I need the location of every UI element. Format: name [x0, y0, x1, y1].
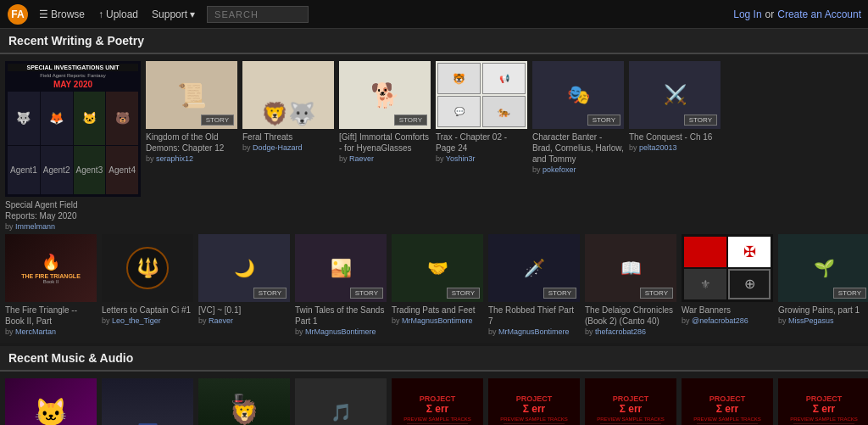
gallery-item-immortal[interactable]: 🐕 STORY [Gift] Immortal Comforts - for H… [339, 61, 431, 231]
story-badge: STORY [394, 115, 427, 126]
gallery-item-kingdom[interactable]: 📜 STORY Kingdom of the Old Demons: Chapt… [146, 61, 237, 231]
gallery-item-special-agent[interactable]: SPECIAL INVESTIGATIONS UNIT Field Agent … [5, 61, 141, 231]
gallery-item-growing-pains[interactable]: 🌱 STORY Growing Pains, part 1 by MissPeg… [778, 234, 868, 336]
item-author: by MercMartan [5, 327, 56, 336]
gallery-item-white-lion[interactable]: 🦁 🎩 White Lion With the Green Mane (Drum… [198, 378, 290, 425]
item-title: Special Agent Field Reports: May 2020 [5, 199, 97, 221]
story-badge: STORY [833, 288, 866, 299]
story-badge: STORY [350, 288, 383, 299]
gallery-item-trax[interactable]: 🐯 📢 💬 🐅 Trax - Chapter 02 - Page 24 by Y… [436, 61, 527, 231]
gallery-item-pretending[interactable]: 🎵 MUSIC Pretending To Be Straight [Instr… [295, 378, 387, 425]
browse-link[interactable]: ☰ Browse [34, 5, 90, 24]
item-title: War Banners [682, 305, 773, 316]
story-badge: STORY [587, 115, 620, 126]
gallery-item-war-banners[interactable]: ✠ ⚜ ⊕ War Banners by @nefacrobat286 [682, 234, 773, 336]
upload-icon: ↑ [98, 8, 103, 20]
item-author: by Raever [339, 154, 374, 163]
gallery-item-run[interactable]: 🌆 Бежать так быстро / Run so fast by Mat… [102, 378, 193, 425]
site-logo[interactable]: FA [7, 3, 29, 25]
item-title: Trading Pats and Feet [392, 305, 483, 316]
item-author: by Yoshin3r [436, 154, 476, 163]
item-title: The Delaigo Chronicles (Book 2) (Canto 4… [585, 305, 676, 327]
item-author: by MrMagnusBontimere [488, 327, 570, 336]
item-title: The Robbed Thief Part 7 [488, 305, 580, 327]
gallery-item-trading-pats[interactable]: 🤝 STORY Trading Pats and Feet by MrMagnu… [392, 234, 483, 336]
gallery-item-project-2[interactable]: PROJECT Σ err PREVIEW SAMPLE TRACKS by D… [682, 378, 773, 425]
item-author: by Immelmann [5, 222, 55, 231]
gallery-item-robbed-thief[interactable]: 🗡️ STORY The Robbed Thief Part 7 by MrMa… [488, 234, 580, 336]
or-separator: or [765, 8, 775, 20]
item-author: by pelta20013 [629, 143, 677, 152]
item-author: by pokefoxer [532, 165, 576, 174]
item-title: [VC] ~ [0.1] [198, 305, 290, 316]
search-input[interactable] [207, 6, 309, 23]
gallery-item-project-4[interactable]: PROJECT Σ err PREVIEW SAMPLE TRACKS by D… [488, 378, 580, 425]
writing-section-header: Recent Writing & Poetry [0, 29, 868, 54]
gallery-item-feral[interactable]: 🦁🐺 Feral Threats by Dodge-Hazard [242, 61, 334, 231]
story-badge: STORY [543, 288, 576, 299]
item-author: by Leo_the_Tiger [102, 316, 161, 325]
item-author: by MissPegasus [778, 316, 834, 325]
gallery-item-character-banter[interactable]: 🎭 STORY Character Banter - Brad, Corneli… [532, 61, 624, 231]
story-badge: STORY [253, 288, 287, 299]
item-author: by seraphix12 [146, 154, 193, 163]
gallery-item-boom[interactable]: 🐱 Boom by tundrafox1 [5, 378, 97, 425]
writing-row-2: 🔥 THE FIRE TRIANGLE Book II The Fire Tri… [0, 234, 868, 343]
auth-links: Log In or Create an Account [733, 8, 861, 20]
gallery-item-vc[interactable]: 🌙 STORY [VC] ~ [0.1] by Raever [198, 234, 290, 336]
gallery-item-delaigo[interactable]: 📖 STORY The Delaigo Chronicles (Book 2) … [585, 234, 676, 336]
item-title: Twin Tales of the Sands Part 1 [295, 305, 387, 327]
audio-section-header: Recent Music & Audio [0, 346, 868, 372]
writing-row-1: SPECIAL INVESTIGATIONS UNIT Field Agent … [0, 54, 868, 234]
browse-icon: ☰ [39, 8, 48, 20]
item-title: Character Banter - Brad, Cornelius, Harl… [532, 131, 624, 165]
story-badge: STORY [684, 115, 717, 126]
item-title: The Conquest - Ch 16 [629, 131, 721, 143]
navbar: FA ☰ Browse ↑ Upload Support ▾ Log In or… [0, 0, 868, 29]
item-title: Kingdom of the Old Demons: Chapter 12 [146, 131, 237, 154]
gallery-item-conquest[interactable]: ⚔️ STORY The Conquest - Ch 16 by pelta20… [629, 61, 721, 231]
writing-section: Recent Writing & Poetry SPECIAL INVESTIG… [0, 29, 868, 343]
story-badge: STORY [447, 288, 480, 299]
gallery-item-fire-triangle[interactable]: 🔥 THE FIRE TRIANGLE Book II The Fire Tri… [5, 234, 97, 336]
item-title: Feral Threats [242, 131, 334, 143]
item-author: by thefacrobat286 [585, 327, 646, 336]
gallery-item-project-1[interactable]: PROJECT Σ err PREVIEW SAMPLE TRACKS by D… [778, 378, 868, 425]
story-badge: STORY [201, 115, 234, 126]
upload-link[interactable]: ↑ Upload [93, 5, 143, 24]
writing-gallery: SPECIAL INVESTIGATIONS UNIT Field Agent … [0, 54, 868, 343]
login-link[interactable]: Log In [733, 8, 761, 20]
item-author: by Raever [198, 316, 233, 325]
item-title: Trax - Chapter 02 - Page 24 [436, 131, 527, 154]
item-title: Growing Pains, part 1 [778, 305, 868, 316]
audio-section: Recent Music & Audio 🐱 Boom by tundrafox… [0, 346, 868, 425]
gallery-item-project-5[interactable]: PROJECT Σ err PREVIEW SAMPLE TRACKS by D… [392, 378, 483, 425]
dropdown-icon: ▾ [190, 8, 195, 20]
gallery-item-twin-tales[interactable]: 🏜️ STORY Twin Tales of the Sands Part 1 … [295, 234, 387, 336]
item-title: [Gift] Immortal Comforts - for HyenaGlas… [339, 131, 431, 154]
item-title: The Fire Triangle -- Book II, Part [5, 305, 97, 327]
gallery-item-letters[interactable]: 🔱 Letters to Captain Ci #1 by Leo_the_Ti… [102, 234, 193, 336]
audio-gallery: 🐱 Boom by tundrafox1 🌆 Бежать так быстро… [0, 372, 868, 425]
audio-row-1: 🐱 Boom by tundrafox1 🌆 Бежать так быстро… [0, 372, 868, 425]
gallery-item-project-3[interactable]: PROJECT Σ err PREVIEW SAMPLE TRACKS by D… [585, 378, 676, 425]
item-author: by @nefacrobat286 [682, 316, 748, 325]
support-link[interactable]: Support ▾ [147, 5, 200, 24]
svg-text:FA: FA [11, 8, 25, 20]
item-author: by Dodge-Hazard [242, 143, 303, 152]
item-author: by MrMagnusBontimere [392, 316, 473, 325]
item-author: by MrMagnusBontimere [295, 327, 376, 336]
item-title: Letters to Captain Ci #1 [102, 305, 193, 316]
story-badge: STORY [640, 288, 673, 299]
create-account-link[interactable]: Create an Account [777, 8, 861, 20]
